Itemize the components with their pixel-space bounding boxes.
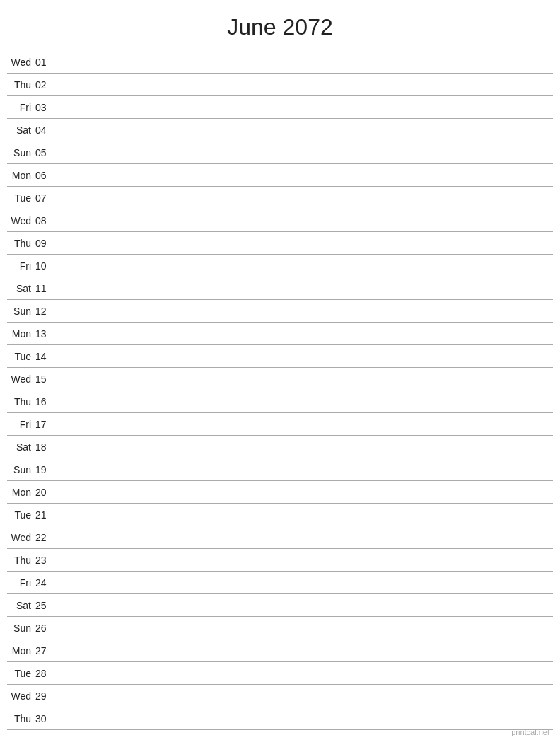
day-name: Thu (7, 555, 35, 566)
day-name: Mon (7, 645, 35, 656)
day-line (55, 446, 553, 447)
calendar-row: Thu16 (7, 390, 553, 413)
day-name: Sat (7, 124, 35, 136)
calendar-row: Fri17 (7, 413, 553, 436)
day-line (55, 175, 553, 175)
day-name: Thu (7, 713, 35, 724)
calendar-row: Wed22 (7, 526, 553, 549)
day-line (55, 673, 553, 673)
day-line (55, 84, 553, 85)
calendar-row: Sat04 (7, 119, 553, 141)
day-line (55, 582, 553, 583)
day-number: 26 (35, 622, 55, 634)
calendar-row: Thu02 (7, 74, 553, 96)
day-name: Wed (7, 690, 35, 702)
calendar-row: Mon27 (7, 639, 553, 662)
day-number: 16 (35, 396, 55, 407)
day-number: 06 (35, 170, 55, 181)
day-number: 10 (35, 260, 55, 272)
day-name: Mon (7, 170, 35, 181)
calendar-row: Tue21 (7, 504, 553, 526)
day-number: 18 (35, 441, 55, 453)
calendar-row: Thu30 (7, 707, 553, 730)
calendar-row: Wed01 (7, 51, 553, 74)
day-number: 01 (35, 57, 55, 68)
day-number: 08 (35, 215, 55, 226)
day-name: Fri (7, 419, 35, 430)
day-name: Tue (7, 509, 35, 521)
calendar-row: Sun26 (7, 617, 553, 639)
calendar-row: Thu09 (7, 232, 553, 255)
day-line (55, 243, 553, 243)
day-name: Sun (7, 147, 35, 158)
day-name: Fri (7, 102, 35, 113)
calendar-row: Sun05 (7, 141, 553, 164)
day-name: Wed (7, 532, 35, 543)
day-name: Sat (7, 600, 35, 611)
day-line (55, 492, 553, 492)
day-number: 27 (35, 645, 55, 656)
calendar-row: Thu23 (7, 549, 553, 572)
footer-credit: printcal.net (511, 728, 549, 736)
calendar-row: Mon13 (7, 323, 553, 345)
day-line (55, 650, 553, 651)
day-line (55, 514, 553, 515)
day-line (55, 220, 553, 221)
day-number: 24 (35, 577, 55, 589)
day-number: 05 (35, 147, 55, 158)
day-number: 17 (35, 419, 55, 430)
calendar-row: Tue14 (7, 345, 553, 368)
day-number: 15 (35, 374, 55, 385)
day-number: 23 (35, 555, 55, 566)
day-name: Wed (7, 57, 35, 68)
day-name: Thu (7, 238, 35, 249)
day-number: 22 (35, 532, 55, 543)
day-line (55, 605, 553, 606)
day-line (55, 62, 553, 62)
day-line (55, 197, 553, 198)
calendar-row: Wed29 (7, 685, 553, 707)
day-line (55, 152, 553, 153)
day-name: Tue (7, 351, 35, 362)
day-line (55, 129, 553, 130)
day-line (55, 424, 553, 424)
day-line (55, 469, 553, 470)
day-name: Sun (7, 622, 35, 634)
day-name: Sun (7, 464, 35, 475)
calendar-container: Wed01Thu02Fri03Sat04Sun05Mon06Tue07Wed08… (0, 51, 560, 730)
day-line (55, 333, 553, 334)
calendar-row: Sat25 (7, 594, 553, 617)
calendar-row: Fri24 (7, 572, 553, 594)
day-number: 03 (35, 102, 55, 113)
day-name: Fri (7, 577, 35, 589)
day-number: 14 (35, 351, 55, 362)
day-line (55, 560, 553, 560)
calendar-row: Tue28 (7, 662, 553, 685)
day-line (55, 401, 553, 402)
calendar-row: Fri03 (7, 96, 553, 119)
day-number: 19 (35, 464, 55, 475)
day-number: 02 (35, 79, 55, 91)
day-line (55, 627, 553, 628)
day-name: Sat (7, 283, 35, 294)
day-number: 30 (35, 713, 55, 724)
calendar-row: Sun12 (7, 300, 553, 323)
day-name: Wed (7, 374, 35, 385)
day-number: 07 (35, 192, 55, 204)
day-number: 28 (35, 668, 55, 679)
calendar-row: Wed08 (7, 209, 553, 232)
day-name: Sun (7, 306, 35, 317)
day-line (55, 378, 553, 379)
calendar-row: Mon06 (7, 164, 553, 187)
day-line (55, 718, 553, 719)
day-name: Sat (7, 441, 35, 453)
day-number: 04 (35, 124, 55, 136)
day-name: Mon (7, 328, 35, 340)
day-number: 25 (35, 600, 55, 611)
calendar-row: Fri10 (7, 255, 553, 277)
page-title: June 2072 (0, 0, 560, 51)
day-number: 09 (35, 238, 55, 249)
day-name: Mon (7, 487, 35, 498)
day-line (55, 356, 553, 357)
calendar-row: Sun19 (7, 458, 553, 481)
